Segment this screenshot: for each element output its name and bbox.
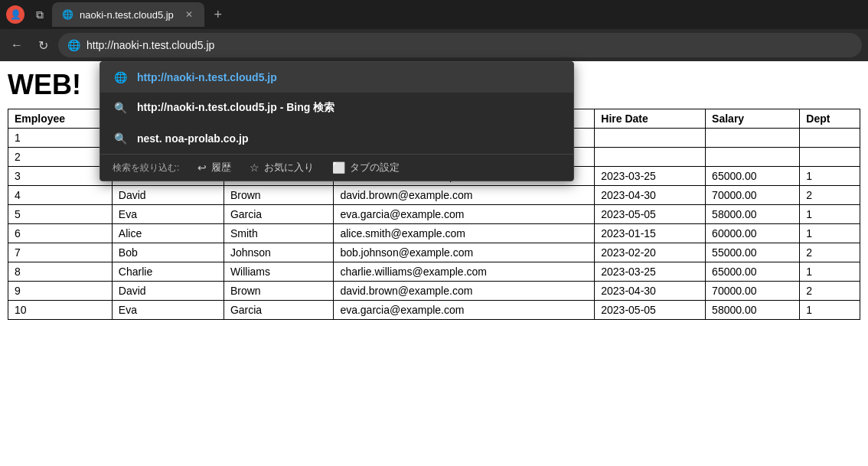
- history-label: 履歴: [211, 161, 231, 174]
- table-cell-r9-c6: 1: [800, 301, 860, 320]
- address-input-container[interactable]: 🌐: [58, 33, 862, 57]
- footer-label: 検索を絞り込む:: [113, 161, 179, 174]
- table-cell-r6-c3: bob.johnson@example.com: [334, 243, 595, 262]
- tab-close-button[interactable]: ✕: [183, 8, 195, 21]
- table-cell-r6-c1: Bob: [112, 243, 224, 262]
- table-cell-r6-c2: Johnson: [224, 243, 334, 262]
- table-cell-r2-c6: 1: [800, 167, 860, 186]
- table-cell-r4-c6: 1: [800, 205, 860, 224]
- table-cell-r7-c0: 8: [8, 262, 113, 282]
- table-cell-r5-c3: alice.smith@example.com: [334, 224, 595, 243]
- address-input[interactable]: [86, 39, 853, 51]
- table-cell-r3-c4: 2023-04-30: [595, 186, 706, 205]
- table-cell-r7-c4: 2023-03-25: [595, 262, 706, 282]
- table-cell-r8-c0: 9: [8, 282, 113, 301]
- table-cell-r1-c6: [800, 148, 860, 167]
- table-cell-r3-c3: david.brown@example.com: [334, 186, 595, 205]
- table-cell-r3-c5: 70000.00: [706, 186, 800, 205]
- table-cell-r0-c5: [706, 129, 800, 148]
- col-header-hiredate: Hire Date: [595, 109, 706, 129]
- table-cell-r9-c0: 10: [8, 301, 113, 320]
- active-tab[interactable]: 🌐 naoki-n.test.cloud5.jp ✕: [52, 2, 204, 27]
- col-header-salary: Salary: [706, 109, 800, 129]
- table-cell-r5-c0: 6: [8, 224, 113, 243]
- table-cell-r7-c5: 65000.00: [706, 262, 800, 282]
- address-globe-icon: 🌐: [67, 39, 80, 51]
- table-cell-r4-c1: Eva: [112, 205, 224, 224]
- table-cell-r7-c3: charlie.williams@example.com: [334, 262, 595, 282]
- table-cell-r6-c6: 2: [800, 243, 860, 262]
- dropdown-footer: 検索を絞り込む: ↩ 履歴 ☆ お気に入り ⬜ タブの設定: [100, 154, 573, 181]
- dropdown-globe-icon: 🌐: [113, 70, 128, 85]
- window-control-stack[interactable]: ⧉: [31, 5, 49, 24]
- footer-favorites-button[interactable]: ☆ お気に入り: [250, 161, 314, 174]
- history-icon: ↩: [197, 161, 207, 174]
- table-cell-r4-c4: 2023-05-05: [595, 205, 706, 224]
- table-row: 4DavidBrowndavid.brown@example.com2023-0…: [8, 186, 860, 205]
- dropdown-item-bing-search[interactable]: 🔍 http://naoki-n.test.cloud5.jp - Bing 検…: [100, 93, 573, 123]
- table-cell-r1-c4: [595, 148, 706, 167]
- table-cell-r5-c4: 2023-01-15: [595, 224, 706, 243]
- dropdown-item-noa-prolab[interactable]: 🔍 nest. noa-prolab.co.jp: [100, 123, 573, 154]
- address-bar-row: ← ↻ 🌐: [0, 29, 868, 61]
- table-cell-r1-c0: 2: [8, 148, 113, 167]
- table-cell-r3-c0: 4: [8, 186, 113, 205]
- table-cell-r5-c5: 60000.00: [706, 224, 800, 243]
- dropdown-url-primary: http://naoki-n.test.cloud5.jp: [137, 71, 277, 83]
- tab-title: naoki-n.test.cloud5.jp: [80, 9, 174, 21]
- browser-profile-icon[interactable]: 👤: [6, 5, 24, 24]
- table-cell-r4-c5: 58000.00: [706, 205, 800, 224]
- table-cell-r5-c1: Alice: [112, 224, 224, 243]
- col-header-dept: Dept: [800, 109, 860, 129]
- table-cell-r7-c2: Williams: [224, 262, 334, 282]
- table-cell-r8-c4: 2023-04-30: [595, 282, 706, 301]
- table-cell-r9-c1: Eva: [112, 301, 224, 320]
- table-row: 5EvaGarciaeva.garcia@example.com2023-05-…: [8, 205, 860, 224]
- table-cell-r3-c1: David: [112, 186, 224, 205]
- table-cell-r8-c3: david.brown@example.com: [334, 282, 595, 301]
- tabs-label: タブの設定: [350, 161, 400, 174]
- browser-chrome: 👤 ⧉ 🌐 naoki-n.test.cloud5.jp ✕ + ← ↻ 🌐: [0, 0, 868, 61]
- dropdown-search-icon-1: 🔍: [113, 100, 128, 116]
- table-cell-r3-c2: Brown: [224, 186, 334, 205]
- col-header-employee: Employee: [8, 109, 113, 129]
- table-row: 10EvaGarciaeva.garcia@example.com2023-05…: [8, 301, 860, 320]
- tab-bar: 👤 ⧉ 🌐 naoki-n.test.cloud5.jp ✕ +: [0, 0, 868, 29]
- footer-tabs-button[interactable]: ⬜ タブの設定: [332, 161, 400, 174]
- table-cell-r9-c4: 2023-05-05: [595, 301, 706, 320]
- table-cell-r2-c4: 2023-03-25: [595, 167, 706, 186]
- table-cell-r9-c2: Garcia: [224, 301, 334, 320]
- table-cell-r4-c0: 5: [8, 205, 113, 224]
- footer-history-button[interactable]: ↩ 履歴: [197, 161, 231, 174]
- table-cell-r9-c3: eva.garcia@example.com: [334, 301, 595, 320]
- table-cell-r8-c1: David: [112, 282, 224, 301]
- table-cell-r6-c0: 7: [8, 243, 113, 262]
- table-cell-r0-c6: [800, 129, 860, 148]
- table-cell-r7-c1: Charlie: [112, 262, 224, 282]
- refresh-button[interactable]: ↻: [32, 34, 54, 56]
- table-cell-r5-c6: 1: [800, 224, 860, 243]
- table-cell-r4-c2: Garcia: [224, 205, 334, 224]
- table-cell-r3-c6: 2: [800, 186, 860, 205]
- favorites-label: お気に入り: [264, 161, 314, 174]
- table-row: 8CharlieWilliamscharlie.williams@example…: [8, 262, 860, 282]
- table-cell-r8-c2: Brown: [224, 282, 334, 301]
- tab-favicon-icon: 🌐: [61, 8, 73, 21]
- table-cell-r6-c4: 2023-02-20: [595, 243, 706, 262]
- table-cell-r8-c5: 70000.00: [706, 282, 800, 301]
- dropdown-item-direct-url[interactable]: 🌐 http://naoki-n.test.cloud5.jp: [100, 62, 573, 93]
- address-dropdown: 🌐 http://naoki-n.test.cloud5.jp 🔍 http:/…: [100, 61, 574, 181]
- table-cell-r2-c0: 3: [8, 167, 113, 186]
- table-row: 9DavidBrowndavid.brown@example.com2023-0…: [8, 282, 860, 301]
- dropdown-bing-text: http://naoki-n.test.cloud5.jp - Bing 検索: [137, 101, 334, 115]
- back-button[interactable]: ←: [6, 34, 28, 56]
- table-cell-r7-c6: 1: [800, 262, 860, 282]
- table-cell-r9-c5: 58000.00: [706, 301, 800, 320]
- new-tab-button[interactable]: +: [207, 4, 229, 25]
- tabs-icon: ⬜: [332, 161, 345, 174]
- table-cell-r8-c6: 2: [800, 282, 860, 301]
- table-cell-r2-c5: 65000.00: [706, 167, 800, 186]
- dropdown-noa-text: nest. noa-prolab.co.jp: [137, 132, 248, 145]
- table-cell-r0-c4: [595, 129, 706, 148]
- table-cell-r0-c0: 1: [8, 129, 113, 148]
